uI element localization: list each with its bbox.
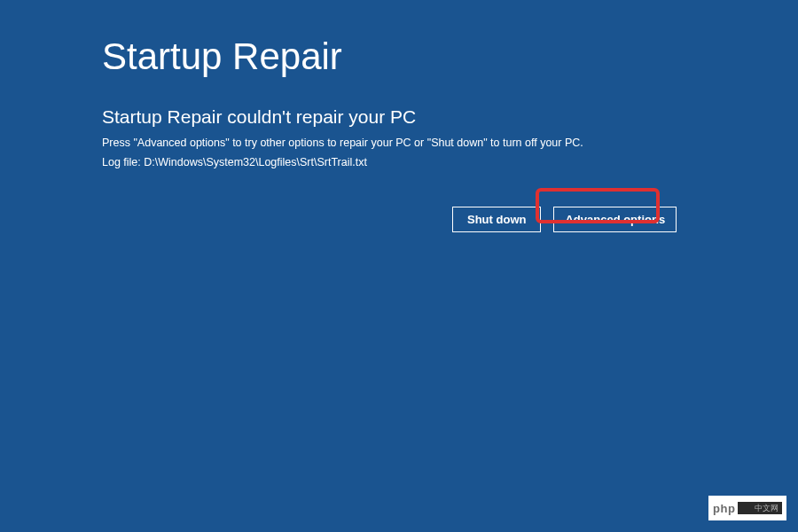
- watermark-text: php: [713, 502, 735, 515]
- logfile-path: Log file: D:\Windows\System32\Logfiles\S…: [102, 154, 798, 171]
- instruction-text: Press "Advanced options" to try other op…: [102, 135, 798, 152]
- watermark-suffix: 中文网: [738, 502, 782, 514]
- status-message: Startup Repair couldn't repair your PC: [102, 106, 798, 128]
- shutdown-button[interactable]: Shut down: [452, 207, 541, 232]
- page-title: Startup Repair: [102, 35, 798, 78]
- watermark: php 中文网: [708, 496, 786, 520]
- advanced-options-button[interactable]: Advanced options: [553, 207, 677, 232]
- button-row: Shut down Advanced options: [452, 207, 798, 232]
- main-content: Startup Repair Startup Repair couldn't r…: [0, 0, 798, 232]
